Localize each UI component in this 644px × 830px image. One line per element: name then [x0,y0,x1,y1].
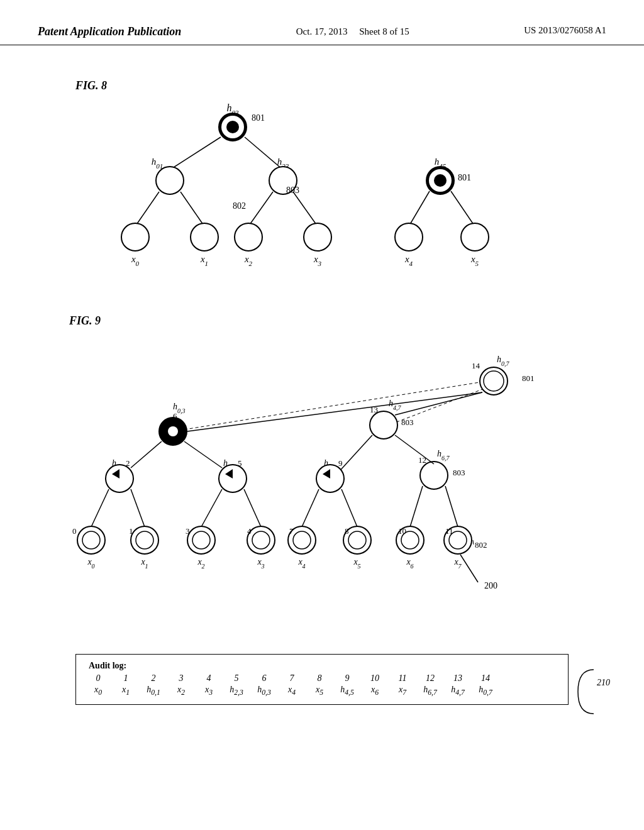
fig9-ref803b: 803 [453,468,465,477]
line-h07-h47 [395,392,482,415]
fig9-num3: 3 [186,526,190,536]
fig9-num9: 9 [338,458,343,468]
x0-fig9-label: x0 [87,557,94,570]
fig9-ref200: 200 [484,581,497,590]
audit-num-12: 12 [421,673,440,683]
fig9-num0: 0 [72,526,77,536]
audit-val-x2: x2 [172,685,191,697]
audit-num-7: 7 [282,673,301,683]
audit-log-box: Audit log: 0 1 2 3 4 5 6 7 8 9 10 11 12 … [75,654,569,705]
fig9-diagram: FIG. 9 h0,7 14 801 h4,7 13 803 [38,299,616,626]
fig8-leaf-x4 [395,223,423,251]
fig8-diagram: FIG. 8 h03 801 h01 h23 [38,64,604,290]
fig8-leaf-x2 [235,223,262,251]
audit-num-6: 6 [255,673,274,683]
audit-val-x1: x1 [116,685,135,697]
line-h45-x4 [302,489,319,527]
fig8-ref801a: 801 [252,113,265,123]
x0-label: x0 [131,254,140,267]
ref210-text: 210 [597,678,610,687]
x2-label: x2 [244,254,253,267]
audit-val-x3: x3 [199,685,218,697]
fig8-ref802: 802 [233,201,246,211]
fig9-root-h07-inner [484,371,504,391]
x4-label: x4 [404,254,413,267]
fig8-ref803: 803 [286,185,299,195]
fig8-leaf-x1 [191,223,218,251]
svg-line-3 [180,192,204,226]
fig9-node-h03-arrow [168,426,178,436]
line-h01-x1 [131,489,145,527]
dashed-line-h03-h07 [173,381,487,431]
x5-label: x5 [470,254,479,267]
publication-title: Patent Application Publication [38,25,181,38]
fig8-right-root-dot [434,174,447,187]
fig9-ref803a: 803 [401,418,414,427]
leaf-x3-inner [252,531,270,549]
svg-line-0 [170,137,221,170]
audit-val-x4: x4 [282,685,301,697]
patent-number: US 2013/0276058 A1 [524,25,606,36]
line-h67-x7 [445,486,458,527]
x4-fig9-label: x4 [297,557,305,570]
fig9-num8: 8 [345,526,349,536]
fig9-num11: 11 [445,526,453,536]
fig9-num1: 1 [129,526,133,536]
fig8-leaf-x3 [304,223,331,251]
leaf-x0-inner [82,531,100,549]
audit-num-8: 8 [310,673,329,683]
fig9-num7: 7 [289,526,294,536]
audit-val-h47: h4,7 [448,685,467,697]
audit-num-2: 2 [144,673,163,683]
fig9-ref802: 802 [475,540,487,550]
ref200-line [460,555,478,582]
audit-log-wrapper: 210 Audit log: 0 1 2 3 4 5 6 7 8 9 10 11… [38,654,606,705]
audit-num-1: 1 [116,673,135,683]
svg-line-2 [135,192,159,226]
line-h47-h67 [395,435,434,464]
x3-label: x3 [313,254,322,267]
fig9-num12: 12 [418,455,426,465]
audit-val-x6: x6 [365,685,384,697]
fig9-ref801: 801 [522,374,535,383]
line-h07-h03 [187,392,482,431]
h01-label: h01 [152,157,164,170]
line-h67-x6 [410,486,423,527]
line-h03-h01 [131,441,162,468]
fig8-leaf-x5 [461,223,489,251]
fig8-ref801b: 801 [458,173,471,182]
audit-num-4: 4 [199,673,218,683]
line-h45-x5 [341,489,357,527]
fig9-num10: 10 [398,526,406,536]
audit-num-9: 9 [338,673,357,683]
fig8-leaf-x0 [121,223,149,251]
line-h23-x2 [201,489,222,527]
ref210-bracket [578,670,594,714]
audit-val-h03: h0,3 [255,685,274,697]
x6-fig9-label: x6 [406,557,413,570]
leaf-x1-inner [136,531,153,549]
audit-num-11: 11 [393,673,412,683]
fig9-num14: 14 [472,361,480,370]
fig8-container: FIG. 8 h03 801 h01 h23 [38,64,606,293]
audit-val-h45: h4,5 [338,685,357,697]
leaf-x5-inner [348,531,366,549]
audit-val-h23: h2,3 [227,685,246,697]
audit-num-13: 13 [448,673,467,683]
audit-num-3: 3 [172,673,191,683]
audit-num-14: 14 [476,673,495,683]
leaf-x2-inner [192,531,210,549]
pub-date: Oct. 17, 2013 [296,26,348,36]
line-h23-x3 [244,489,261,527]
svg-line-6 [409,191,430,226]
h67-label-text: h6,7 [437,449,450,462]
audit-num-10: 10 [365,673,384,683]
audit-val-x5: x5 [310,685,329,697]
x5-fig9-label: x5 [353,557,360,570]
leaf-x4-inner [293,531,311,549]
x3-fig9-label: x3 [257,557,264,570]
audit-row-numbers: 0 1 2 3 4 5 6 7 8 9 10 11 12 13 14 [89,673,555,683]
fig9-node-h47 [370,411,397,439]
fig9-num4: 4 [247,526,252,536]
h07-label-text: h0,7 [497,355,510,367]
